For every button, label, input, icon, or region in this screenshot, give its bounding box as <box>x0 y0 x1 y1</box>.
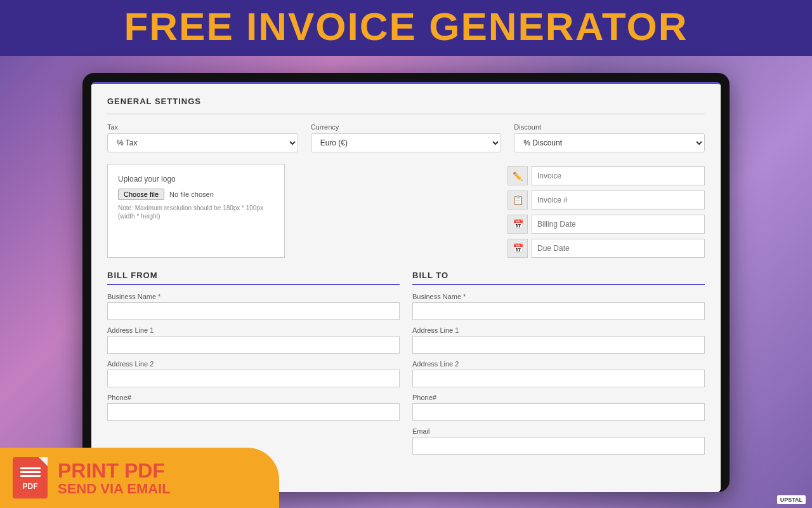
bottom-bar: PDF PRINT PDF SEND VIA EMAIL <box>0 448 279 508</box>
bill-to-address2-field: Address Line 2 <box>412 360 705 387</box>
bill-to-business-name-field: Business Name * <box>412 293 705 320</box>
print-pdf-label[interactable]: PRINT PDF <box>58 460 171 481</box>
currency-label: Currency <box>311 123 502 131</box>
bill-from-business-name-field: Business Name * <box>107 293 400 320</box>
laptop-wrapper: GENERAL SETTINGS Tax % Tax Fixed Tax No … <box>82 73 730 492</box>
bill-from-address2-input[interactable] <box>107 370 400 387</box>
currency-field: Currency Euro (€) USD ($) GBP (£) <box>311 123 502 152</box>
bill-from-address1-input[interactable] <box>107 336 400 354</box>
due-date-row: 📅 <box>508 239 705 258</box>
tax-field: Tax % Tax Fixed Tax No Tax <box>107 123 298 152</box>
tax-select[interactable]: % Tax Fixed Tax No Tax <box>107 133 298 152</box>
watermark: UPSTAL <box>777 495 806 504</box>
bill-to-business-name-input[interactable] <box>412 302 705 320</box>
bill-from-column: BILL FROM Business Name * Address Line 1… <box>107 271 400 461</box>
invoice-title-row: ✏️ <box>508 166 705 185</box>
bill-to-address1-label: Address Line 1 <box>412 326 705 334</box>
pdf-icon-lines <box>20 467 41 477</box>
due-date-icon: 📅 <box>508 239 528 258</box>
no-file-text: No file chosen <box>169 190 214 198</box>
bill-from-phone-label: Phone# <box>107 394 400 401</box>
bill-to-phone-field: Phone# <box>412 394 705 421</box>
bill-from-business-name-input[interactable] <box>107 302 400 320</box>
bill-to-divider <box>412 284 705 285</box>
bill-section: BILL FROM Business Name * Address Line 1… <box>107 271 705 461</box>
pdf-line-3 <box>20 475 41 477</box>
bill-to-address2-input[interactable] <box>412 370 705 387</box>
invoice-number-input[interactable] <box>532 190 705 210</box>
bill-from-address1-field: Address Line 1 <box>107 326 400 354</box>
invoice-fields: ✏️ 📋 📅 📅 <box>508 164 705 258</box>
invoice-number-row: 📋 <box>508 190 705 210</box>
top-banner: FREE INVOICE GENERATOR <box>0 0 812 56</box>
form-area: GENERAL SETTINGS Tax % Tax Fixed Tax No … <box>91 84 721 492</box>
bill-from-address1-label: Address Line 1 <box>107 326 400 334</box>
bottom-text: PRINT PDF SEND VIA EMAIL <box>58 460 171 496</box>
invoice-number-icon: 📋 <box>508 190 528 210</box>
billing-date-icon: 📅 <box>508 215 528 234</box>
discount-select[interactable]: % Discount Fixed Discount No Discount <box>514 133 705 152</box>
currency-select[interactable]: Euro (€) USD ($) GBP (£) <box>311 133 502 152</box>
settings-divider <box>107 114 705 114</box>
tax-label: Tax <box>107 123 298 131</box>
banner-title: FREE INVOICE GENERATOR <box>13 5 799 48</box>
bill-to-address1-input[interactable] <box>412 336 705 354</box>
send-email-label[interactable]: SEND VIA EMAIL <box>58 482 171 496</box>
bill-to-address1-field: Address Line 1 <box>412 326 705 354</box>
discount-label: Discount <box>514 123 705 131</box>
pdf-icon: PDF <box>13 457 48 498</box>
pdf-label: PDF <box>23 482 38 491</box>
logo-upload-box: Upload your logo Choose file No file cho… <box>107 164 285 258</box>
watermark-box: UPSTAL <box>777 495 806 504</box>
bill-from-title: BILL FROM <box>107 271 400 280</box>
settings-row: Tax % Tax Fixed Tax No Tax Currency Euro… <box>107 123 705 152</box>
due-date-input[interactable] <box>532 239 705 258</box>
laptop-screen: GENERAL SETTINGS Tax % Tax Fixed Tax No … <box>91 82 721 492</box>
bill-from-phone-input[interactable] <box>107 403 400 421</box>
pencil-icon[interactable]: ✏️ <box>508 166 528 185</box>
bill-to-title: BILL TO <box>412 271 705 280</box>
billing-date-row: 📅 <box>508 215 705 234</box>
bill-to-phone-label: Phone# <box>412 394 705 401</box>
bill-to-email-label: Email <box>412 427 705 435</box>
pdf-line-1 <box>20 467 41 469</box>
middle-section: Upload your logo Choose file No file cho… <box>107 164 705 258</box>
bill-to-column: BILL TO Business Name * Address Line 1 A… <box>412 271 705 461</box>
bill-from-address2-label: Address Line 2 <box>107 360 400 368</box>
bill-from-phone-field: Phone# <box>107 394 400 421</box>
bill-from-business-name-label: Business Name * <box>107 293 400 300</box>
bill-to-business-name-label: Business Name * <box>412 293 705 300</box>
bill-to-email-field: Email <box>412 427 705 455</box>
billing-date-input[interactable] <box>532 215 705 234</box>
discount-field: Discount % Discount Fixed Discount No Di… <box>514 123 705 152</box>
bill-from-address2-field: Address Line 2 <box>107 360 400 387</box>
bill-from-divider <box>107 284 400 285</box>
general-settings-title: GENERAL SETTINGS <box>107 97 705 106</box>
invoice-title-input[interactable] <box>532 166 705 185</box>
pdf-line-2 <box>20 471 41 473</box>
bill-to-address2-label: Address Line 2 <box>412 360 705 368</box>
logo-note: Note: Maximum resolution should be 180px… <box>118 204 274 220</box>
file-input-row: Choose file No file chosen <box>118 189 274 200</box>
general-settings-section: GENERAL SETTINGS Tax % Tax Fixed Tax No … <box>107 97 705 152</box>
bill-to-phone-input[interactable] <box>412 403 705 421</box>
spacer <box>298 164 495 258</box>
choose-file-button[interactable]: Choose file <box>118 189 164 200</box>
bill-to-email-input[interactable] <box>412 437 705 455</box>
logo-upload-title: Upload your logo <box>118 175 274 184</box>
